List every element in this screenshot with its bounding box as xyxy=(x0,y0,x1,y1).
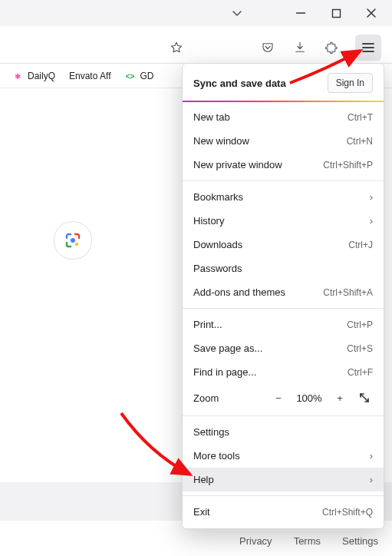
close-button[interactable] xyxy=(364,6,378,20)
favicon-icon: <> xyxy=(125,71,136,81)
url-toolbar xyxy=(0,32,392,64)
maximize-button[interactable] xyxy=(329,6,343,20)
footer-link-terms[interactable]: Terms xyxy=(294,535,321,547)
bookmark-label: GD xyxy=(140,71,154,81)
menu-accent-bar xyxy=(183,101,384,102)
svg-rect-1 xyxy=(332,9,340,17)
pocket-icon[interactable] xyxy=(259,38,277,57)
zoom-percent: 100% xyxy=(295,392,324,404)
favicon-icon: ✱ xyxy=(12,71,23,81)
fullscreen-button[interactable] xyxy=(356,389,373,406)
footer-links: Privacy Terms Settings xyxy=(239,535,378,547)
google-lens-button[interactable] xyxy=(54,221,92,260)
chevron-right-icon: › xyxy=(370,215,373,227)
bookmark-item[interactable]: <> GD xyxy=(125,71,154,81)
bookmark-label: Envato Aff xyxy=(69,71,111,81)
menu-item-addons[interactable]: Add-ons and themesCtrl+Shift+A xyxy=(183,280,384,304)
menu-item-history[interactable]: History› xyxy=(183,209,384,233)
bookmark-label: DailyQ xyxy=(28,71,55,81)
menu-item-find[interactable]: Find in page...Ctrl+F xyxy=(183,360,384,384)
menu-separator xyxy=(183,415,384,416)
chevron-right-icon: › xyxy=(370,191,373,203)
tab-overflow-icon[interactable] xyxy=(230,6,244,20)
app-menu-panel: Sync and save data Sign In New tabCtrl+T… xyxy=(182,63,384,529)
menu-item-new-private-window[interactable]: New private windowCtrl+Shift+P xyxy=(183,153,384,177)
menu-separator xyxy=(183,308,384,309)
window-controls xyxy=(0,0,392,26)
menu-separator xyxy=(183,180,384,181)
menu-item-exit[interactable]: ExitCtrl+Shift+Q xyxy=(183,500,384,524)
menu-item-zoom: Zoom − 100% + xyxy=(183,384,384,412)
footer-link-settings[interactable]: Settings xyxy=(342,535,378,547)
menu-item-help[interactable]: Help› xyxy=(183,468,384,491)
sign-in-button[interactable]: Sign In xyxy=(328,73,373,93)
zoom-label: Zoom xyxy=(193,392,270,404)
menu-item-new-window[interactable]: New windowCtrl+N xyxy=(183,129,384,153)
menu-item-new-tab[interactable]: New tabCtrl+T xyxy=(183,105,384,129)
menu-item-passwords[interactable]: Passwords xyxy=(183,256,384,280)
bookmark-item[interactable]: ✱ DailyQ xyxy=(12,71,55,81)
menu-item-settings[interactable]: Settings xyxy=(183,420,384,444)
footer-link-privacy[interactable]: Privacy xyxy=(239,535,272,547)
svg-point-5 xyxy=(75,243,78,246)
chevron-right-icon: › xyxy=(370,474,373,485)
menu-item-downloads[interactable]: DownloadsCtrl+J xyxy=(183,233,384,256)
menu-sync-row[interactable]: Sync and save data Sign In xyxy=(183,64,384,101)
minimize-button[interactable] xyxy=(294,6,308,20)
menu-item-save-page[interactable]: Save page as...Ctrl+S xyxy=(183,336,384,360)
bookmark-item[interactable]: Envato Aff xyxy=(69,71,111,81)
downloads-icon[interactable] xyxy=(291,38,309,57)
menu-item-print[interactable]: Print...Ctrl+P xyxy=(183,313,384,336)
app-menu-button[interactable] xyxy=(355,35,381,61)
bookmark-star-icon[interactable] xyxy=(167,38,186,57)
svg-point-6 xyxy=(71,238,75,243)
menu-separator xyxy=(183,495,384,496)
menu-item-more-tools[interactable]: More tools› xyxy=(183,444,384,468)
menu-sync-label: Sync and save data xyxy=(193,78,286,89)
chevron-right-icon: › xyxy=(370,450,373,462)
menu-item-bookmarks[interactable]: Bookmarks› xyxy=(183,185,384,209)
zoom-in-button[interactable]: + xyxy=(331,389,348,406)
zoom-out-button[interactable]: − xyxy=(270,389,287,406)
extensions-icon[interactable] xyxy=(323,38,341,57)
